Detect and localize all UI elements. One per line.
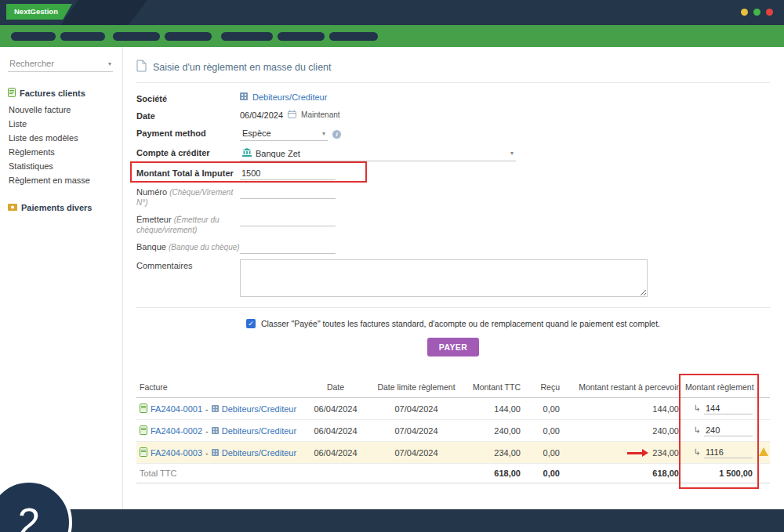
form-row-societe: Société Debiteurs/Crediteur — [136, 89, 770, 107]
sidebar-section-title: Paiements divers — [21, 203, 93, 212]
table-header-row: Facture Date Date limite règlement Monta… — [136, 377, 770, 398]
account-select[interactable]: Banque Zet ▾ — [240, 147, 516, 161]
payment-method-label: Payment method — [136, 126, 240, 139]
page-header: Saisie d'un règlement en masse du client — [136, 60, 770, 74]
company-icon — [212, 448, 219, 458]
col-date[interactable]: Date — [301, 377, 370, 398]
sidebar-item-nouvelle-facture[interactable]: Nouvelle facture — [0, 103, 122, 117]
sidebar-item-statistiques[interactable]: Statistiques — [0, 159, 122, 173]
table-total-row: Total TTC 618,00 0,00 618,00 1 500,00 — [136, 464, 770, 483]
form-row-banque: Banque (Banque du chèque) — [136, 237, 770, 256]
reglement-input[interactable] — [704, 447, 753, 458]
sidebar-item-reglement-en-masse[interactable]: Règlement en masse — [0, 173, 122, 187]
menu-item[interactable] — [221, 32, 273, 41]
invoice-date: 06/04/2024 — [301, 442, 370, 464]
form-row-payment-method: Payment method Espèce ▾ i — [136, 124, 770, 143]
chevron-down-icon: ▾ — [510, 150, 514, 157]
app-logo-text: NextGestion — [14, 7, 58, 16]
client-link[interactable]: Debiteurs/Crediteur — [222, 426, 296, 436]
menu-item[interactable] — [165, 32, 212, 41]
payment-form: Société Debiteurs/Crediteur Date 06/04/2… — [136, 89, 770, 299]
col-date-limite[interactable]: Date limite règlement — [370, 377, 463, 398]
invoice-due-date: 07/04/2024 — [370, 442, 463, 464]
client-link[interactable]: Debiteurs/Crediteur — [222, 404, 296, 414]
total-label: Total TTC — [136, 464, 301, 483]
sidebar-item-liste[interactable]: Liste — [0, 117, 122, 131]
restant: 234,00 — [652, 448, 679, 458]
date-value[interactable]: 06/04/2024 — [240, 110, 283, 120]
search-input[interactable]: Rechercher ▾ — [8, 57, 113, 72]
col-reglement[interactable]: Montant règlement — [682, 377, 756, 398]
col-restant[interactable]: Montant restant à percevoir — [563, 377, 682, 398]
divider — [136, 307, 770, 308]
annotation-arrow — [627, 452, 643, 454]
main-menu-bar — [0, 25, 784, 47]
sidebar-section-factures-clients[interactable]: Factures clients — [8, 88, 116, 99]
reglement-input[interactable] — [704, 425, 753, 436]
logo-wedge — [61, 0, 147, 25]
divider — [136, 82, 770, 83]
sidebar-item-reglements[interactable]: Règlements — [0, 145, 122, 159]
close-dot[interactable] — [766, 9, 773, 16]
col-facture[interactable]: Facture — [136, 377, 301, 398]
montant-total-input[interactable] — [240, 167, 336, 180]
invoice-ref-link[interactable]: FA2404-0001 — [151, 404, 202, 414]
numero-input[interactable] — [240, 186, 336, 199]
payment-method-select[interactable]: Espèce ▾ — [240, 127, 328, 141]
document-icon — [136, 60, 147, 74]
societe-link[interactable]: Debiteurs/Crediteur — [252, 92, 327, 102]
company-icon — [212, 426, 219, 436]
menu-item[interactable] — [278, 32, 325, 41]
emetteur-label: Émetteur (Émetteur du chèque/virement) — [136, 212, 240, 235]
total-montant-ttc: 618,00 — [463, 464, 524, 483]
menu-item[interactable] — [329, 32, 378, 41]
info-icon[interactable]: i — [332, 130, 341, 139]
col-montant-ttc[interactable]: Montant TTC — [463, 377, 524, 398]
calendar-icon[interactable] — [288, 110, 296, 120]
sidebar-section-paiements-divers[interactable]: Paiements divers — [8, 203, 116, 212]
chevron-down-icon: ▾ — [108, 60, 111, 67]
col-recu[interactable]: Reçu — [524, 377, 563, 398]
invoice-due-date: 07/04/2024 — [370, 398, 463, 420]
classify-paid-label: Classer "Payée" toutes les factures stan… — [261, 319, 660, 328]
minimize-dot[interactable] — [741, 9, 748, 16]
account-value: Banque Zet — [256, 149, 300, 158]
check-icon: ✓ — [248, 320, 254, 328]
classify-paid-checkbox[interactable]: ✓ — [246, 319, 256, 328]
banque-input[interactable] — [240, 241, 336, 254]
main-content: Saisie d'un règlement en masse du client… — [124, 47, 784, 509]
client-link[interactable]: Debiteurs/Crediteur — [222, 448, 296, 458]
payer-button[interactable]: PAYER — [427, 338, 479, 356]
maximize-dot[interactable] — [753, 9, 760, 16]
subline-arrow-icon: ↳ — [694, 425, 701, 436]
emetteur-input[interactable] — [240, 213, 336, 226]
sidebar-item-liste-des-modeles[interactable]: Liste des modèles — [0, 131, 122, 145]
menu-item[interactable] — [11, 32, 56, 41]
money-icon — [8, 203, 17, 212]
classify-paid-row: ✓ Classer "Payée" toutes les factures st… — [136, 319, 770, 328]
restant: 240,00 — [563, 420, 682, 442]
montant-ttc: 144,00 — [463, 398, 524, 420]
company-icon — [212, 404, 219, 414]
form-row-numero: Numéro (Chèque/Virement N°) — [136, 183, 770, 210]
app-logo[interactable]: NextGestion — [6, 4, 72, 20]
banque-label: Banque (Banque du chèque) — [136, 240, 240, 252]
recu: 0,00 — [524, 420, 563, 442]
menu-item[interactable] — [113, 32, 160, 41]
form-row-compte: Compte à créditer Banque Zet ▾ — [136, 143, 770, 164]
montant-ttc: 234,00 — [463, 442, 524, 464]
subline-arrow-icon: ↳ — [694, 404, 701, 414]
invoice-icon — [140, 447, 147, 458]
subline-arrow-icon: ↳ — [694, 447, 701, 458]
invoice-ref-link[interactable]: FA2404-0003 — [151, 448, 202, 458]
chevron-down-icon: ▾ — [322, 130, 325, 137]
menu-item[interactable] — [60, 32, 105, 41]
table-row: FA2404-0002 - Debiteurs/Crediteur 06/04/… — [136, 420, 770, 442]
restant: 144,00 — [563, 398, 682, 420]
sidebar: Rechercher ▾ Factures clients Nouvelle f… — [0, 47, 123, 509]
comments-textarea[interactable] — [240, 259, 648, 297]
company-icon — [240, 92, 248, 102]
reglement-input[interactable] — [704, 403, 753, 414]
invoice-ref-link[interactable]: FA2404-0002 — [151, 426, 202, 436]
separator: - — [205, 448, 209, 458]
